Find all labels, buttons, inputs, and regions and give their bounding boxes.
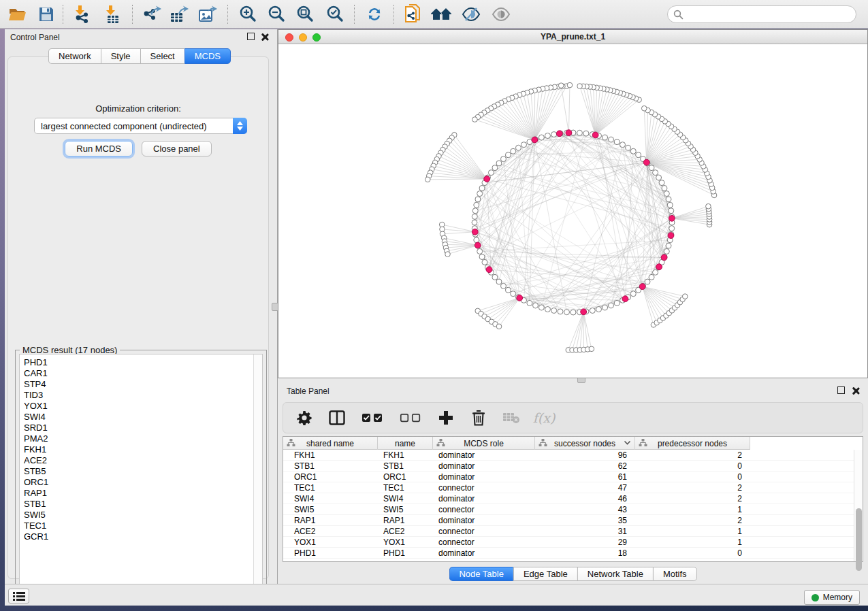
cell-MCDS-role: connector	[433, 527, 535, 536]
cell-successor-nodes: 96	[535, 450, 635, 460]
mcds-result-item[interactable]: SWI5	[24, 510, 48, 521]
run-mcds-button[interactable]: Run MCDS	[65, 141, 133, 156]
zoom-selected-icon[interactable]	[323, 3, 347, 26]
search-input[interactable]	[684, 10, 856, 19]
column-header-predecessor-nodes[interactable]: predecessor nodes	[635, 437, 750, 450]
optimization-criterion-value: largest connected component (undirected)	[35, 121, 233, 131]
mcds-result-item[interactable]: PHD1	[24, 357, 48, 368]
export-network-icon[interactable]	[140, 3, 165, 26]
memory-button[interactable]: Memory	[804, 590, 860, 605]
close-panel-icon[interactable]	[261, 33, 269, 41]
cell-predecessor-nodes: 2	[635, 494, 750, 503]
network-overview-icon[interactable]	[429, 3, 453, 26]
tab-node-table[interactable]: Node Table	[449, 567, 513, 581]
function-icon[interactable]: f(x)	[535, 409, 553, 427]
table-row[interactable]: STB1STB1dominator620	[283, 461, 854, 472]
table-row[interactable]: PHD1PHD1dominator180	[283, 548, 854, 559]
mcds-result-item[interactable]: TID3	[24, 390, 48, 401]
cell-successor-nodes: 62	[535, 461, 635, 471]
mcds-result-list[interactable]: PHD1CAR1STP4TID3YOX1SWI4SRD1PMA2FKH1ACE2…	[19, 354, 263, 597]
table-row[interactable]: RAP1RAP1dominator352	[283, 515, 854, 526]
export-image-icon[interactable]	[196, 3, 221, 26]
status-bar: Memory	[5, 584, 868, 606]
close-table-panel-icon[interactable]	[852, 386, 860, 395]
show-panels-icon[interactable]	[489, 3, 513, 26]
settings-gear-icon[interactable]	[295, 409, 313, 427]
mcds-list-scrollbar[interactable]	[253, 354, 262, 596]
cell-shared-name: ACE2	[283, 527, 378, 536]
zoom-fit-icon[interactable]	[293, 3, 317, 26]
mcds-result-item[interactable]: ACE2	[24, 455, 48, 466]
float-panel-icon[interactable]	[247, 33, 255, 40]
column-header-name[interactable]: name	[378, 437, 433, 450]
cell-successor-nodes: 46	[535, 494, 635, 503]
refresh-icon[interactable]	[362, 3, 387, 26]
split-view-icon[interactable]	[328, 409, 346, 427]
mcds-result-item[interactable]: FKH1	[24, 444, 48, 455]
mcds-result-item[interactable]: SWI4	[24, 412, 48, 423]
mcds-result-item[interactable]: STP4	[24, 379, 48, 390]
table-row[interactable]: FKH1FKH1dominator962	[283, 450, 854, 461]
tab-style[interactable]: Style	[101, 48, 140, 64]
save-icon[interactable]	[34, 3, 59, 26]
optimization-criterion-select[interactable]: largest connected component (undirected)	[34, 118, 247, 134]
mcds-result-item[interactable]: SRD1	[24, 423, 48, 433]
network-window-title: YPA_prune.txt_1	[278, 32, 867, 42]
task-history-button[interactable]	[8, 589, 29, 604]
mcds-result-item[interactable]: STB1	[24, 499, 48, 510]
cell-MCDS-role: connector	[433, 483, 535, 493]
table-row[interactable]: TEC1TEC1connector472	[283, 482, 854, 493]
tab-network-table[interactable]: Network Table	[577, 567, 653, 581]
network-graph[interactable]	[278, 44, 867, 378]
delete-table-icon[interactable]	[502, 409, 520, 427]
close-panel-button[interactable]: Close panel	[142, 141, 212, 156]
memory-label: Memory	[823, 593, 852, 602]
import-table-icon[interactable]	[101, 3, 125, 26]
tab-motifs[interactable]: Motifs	[653, 567, 697, 581]
column-header-successor-nodes[interactable]: successor nodes	[535, 437, 635, 450]
tab-network[interactable]: Network	[48, 48, 101, 64]
table-row[interactable]: YOX1YOX1connector291	[283, 537, 854, 548]
mcds-result-item[interactable]: GCR1	[24, 531, 48, 542]
column-header-shared-name[interactable]: shared name	[283, 437, 378, 450]
tab-edge-table[interactable]: Edge Table	[513, 567, 577, 581]
control-panel: Control Panel Optimization criterion: la…	[5, 29, 274, 584]
network-view-window: YPA_prune.txt_1	[278, 29, 868, 378]
dropdown-stepper-icon	[233, 118, 247, 134]
cell-name: PHD1	[378, 548, 433, 558]
zoom-out-icon[interactable]	[264, 3, 289, 26]
network-canvas[interactable]	[278, 44, 867, 378]
table-row[interactable]: ACE2ACE2connector311	[283, 526, 854, 537]
float-table-panel-icon[interactable]	[837, 386, 845, 394]
mcds-result-item[interactable]: RAP1	[24, 488, 48, 499]
cell-successor-nodes: 43	[535, 505, 635, 514]
hide-panels-icon[interactable]	[459, 3, 483, 26]
network-window-titlebar[interactable]: YPA_prune.txt_1	[278, 30, 867, 44]
network-file-icon[interactable]	[400, 3, 425, 26]
export-table-icon[interactable]	[167, 3, 192, 26]
table-row[interactable]: ORC1ORC1dominator610	[283, 472, 854, 482]
mcds-result-item[interactable]: ORC1	[24, 477, 48, 488]
table-row[interactable]: SWI5SWI5connector431	[283, 504, 854, 515]
delete-icon[interactable]	[470, 409, 487, 427]
table-row[interactable]: SWI4SWI4dominator462	[283, 493, 854, 504]
table-scrollbar-thumb[interactable]	[856, 508, 862, 571]
import-network-icon[interactable]	[71, 3, 95, 26]
select-all-icon[interactable]	[361, 409, 384, 427]
mcds-result-item[interactable]: PMA2	[24, 433, 48, 444]
mcds-result-item[interactable]: TEC1	[24, 521, 48, 531]
zoom-in-icon[interactable]	[236, 3, 260, 26]
mcds-result-item[interactable]: CAR1	[24, 368, 48, 379]
search-field[interactable]	[667, 5, 856, 23]
add-column-icon[interactable]	[437, 409, 455, 427]
cell-predecessor-nodes: 0	[635, 548, 750, 558]
mcds-result-item[interactable]: STB5	[24, 466, 48, 477]
table-panel-title: Table Panel	[287, 386, 329, 396]
mcds-result-item[interactable]: YOX1	[24, 401, 48, 412]
tab-select[interactable]: Select	[140, 48, 184, 64]
open-folder-icon[interactable]	[5, 3, 30, 26]
table-scrollbar[interactable]	[854, 450, 863, 561]
column-header-MCDS-role[interactable]: MCDS role	[433, 437, 535, 450]
tab-mcds[interactable]: MCDS	[184, 48, 231, 64]
deselect-all-icon[interactable]	[399, 409, 422, 427]
